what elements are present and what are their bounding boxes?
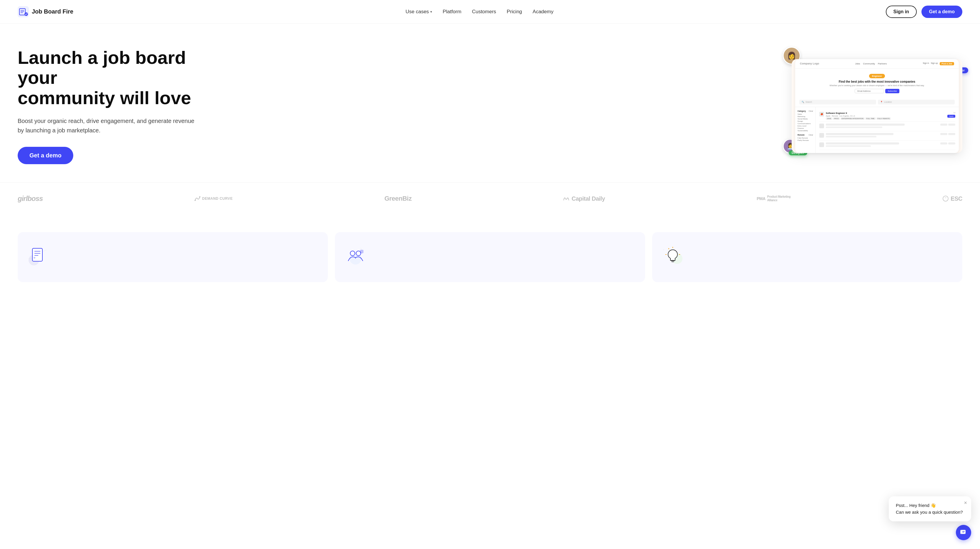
mock-body: Category Clear Sales Marketing Social Me… <box>795 107 959 153</box>
mock-company-logo: 🍎 <box>819 112 824 116</box>
mock-post-job-btn: Post a Job <box>940 62 954 65</box>
demand-curve-icon <box>194 196 200 202</box>
feature-card-3 <box>652 232 963 282</box>
mock-search-box: 🔍 Search <box>799 100 876 105</box>
signin-button[interactable]: Sign in <box>886 6 917 18</box>
nav-platform[interactable]: Platform <box>442 9 461 15</box>
mock-nav-links: Jobs Community Partners <box>855 62 887 65</box>
nav-actions: Sign in Get a demo <box>886 6 963 18</box>
mock-job-placeholder <box>819 131 955 141</box>
svg-line-26 <box>668 248 669 249</box>
logo-capital-daily: Capital Daily <box>563 195 605 202</box>
logo-link[interactable]: Job Board Fire <box>18 6 73 18</box>
esc-icon <box>942 195 949 202</box>
mock-navbar: Company Logo Jobs Community Partners Sig… <box>795 59 959 68</box>
sidebar-item: Communications <box>797 123 813 124</box>
mock-subscribe-btn: Subscribe <box>885 89 899 93</box>
mock-email-row: Subscribe <box>800 89 954 93</box>
mock-ui-inner: Company Logo Jobs Community Partners Sig… <box>795 59 959 153</box>
capital-daily-icon <box>563 196 570 201</box>
sidebar-item: Sustainability <box>797 130 813 132</box>
mock-hero-sub: Whether you're seeking your dream role o… <box>800 84 954 86</box>
mock-hero-title: Find the best jobs with the most innovat… <box>800 80 954 83</box>
nav-use-cases[interactable]: Use cases ▾ <box>406 9 432 15</box>
document-icon <box>27 244 50 267</box>
sidebar-item: Sales <box>797 113 813 115</box>
nav-links: Use cases ▾ Platform Customers Pricing A… <box>406 9 554 15</box>
mock-jobs-list: 🍎 Software Engineer II Apple · Remote · … <box>816 107 959 153</box>
features-section <box>0 215 980 288</box>
logo-esc: ESC <box>942 195 963 202</box>
mock-job-info: Software Engineer II Apple · Remote · Lo… <box>826 112 945 120</box>
svg-line-21 <box>361 248 362 250</box>
feature-card-2 <box>335 232 645 282</box>
hero-visual: 👩 Recruiter 👩‍💼 Designer Company Logo Jo… <box>792 56 963 156</box>
svg-point-18 <box>350 251 355 256</box>
logo-text: Job Board Fire <box>32 8 73 15</box>
use-cases-label: Use cases <box>406 9 429 15</box>
chevron-down-icon: ▾ <box>430 10 432 14</box>
logo-greenbiz: GreenBiz <box>384 195 412 202</box>
hero-subtext: Boost your organic reach, drive engageme… <box>18 116 200 135</box>
svg-rect-10 <box>32 248 42 261</box>
nav-customers[interactable]: Customers <box>472 9 496 15</box>
mock-engineer-badge: Engineer <box>869 74 885 78</box>
svg-line-16 <box>43 250 46 251</box>
logo-girlboss: girlboss <box>18 194 43 203</box>
people-icon <box>344 244 367 267</box>
get-demo-hero-button[interactable]: Get a demo <box>18 147 73 164</box>
mock-job-card: 🍎 Software Engineer II Apple · Remote · … <box>819 110 955 122</box>
logo-demand-curve: DEMAND CURVE <box>194 196 233 202</box>
hero-heading: Launch a job board your community will l… <box>18 48 200 108</box>
mock-ui-card: Company Logo Jobs Community Partners Sig… <box>792 59 963 153</box>
svg-point-7 <box>199 196 200 197</box>
mock-location-box: 📍 Location <box>878 100 955 105</box>
lightbulb-icon <box>661 244 684 267</box>
hero-section: Launch a job board your community will l… <box>0 24 980 182</box>
svg-rect-20 <box>360 250 363 253</box>
mock-logo: Company Logo <box>800 62 819 65</box>
mock-sidebar: Category Clear Sales Marketing Social Me… <box>795 107 816 153</box>
logo-icon <box>18 6 29 18</box>
sidebar-item: Marketing <box>797 116 813 118</box>
svg-point-6 <box>194 200 196 201</box>
sidebar-item: Social Media <box>797 118 813 120</box>
hero-text: Launch a job board your community will l… <box>18 48 200 164</box>
mock-hero: Engineer Find the best jobs with the mos… <box>795 68 959 97</box>
logo-pma: PMA Product Marketing Alliance <box>757 195 791 202</box>
mock-email-input[interactable] <box>854 89 884 93</box>
sidebar-item: Finance <box>797 127 813 129</box>
svg-point-8 <box>943 196 948 201</box>
nav-academy[interactable]: Academy <box>533 9 554 15</box>
mock-job-placeholder <box>819 122 955 131</box>
mock-nav-btns: Sign in Sign up Post a Job <box>923 62 954 65</box>
sidebar-item: Design <box>797 120 813 122</box>
navbar: Job Board Fire Use cases ▾ Platform Cust… <box>0 0 980 24</box>
mock-job-placeholder <box>819 141 955 150</box>
svg-line-29 <box>663 249 665 250</box>
feature-card-1 <box>18 232 328 282</box>
nav-pricing[interactable]: Pricing <box>507 9 522 15</box>
get-demo-nav-button[interactable]: Get a demo <box>921 6 963 18</box>
mock-search-row: 🔍 Search 📍 Location <box>795 97 959 107</box>
logos-section: girlboss DEMAND CURVE GreenBiz Capital D… <box>0 182 980 215</box>
svg-point-14 <box>33 257 35 259</box>
sidebar-item: Entry Level <box>797 125 813 127</box>
